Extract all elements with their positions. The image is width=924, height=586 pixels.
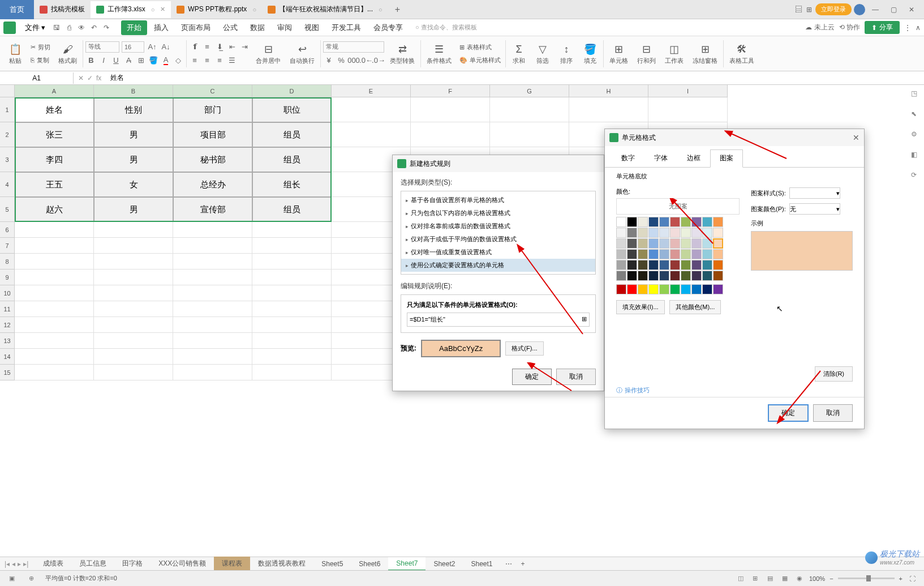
cell[interactable]: [490, 122, 569, 147]
zoom-in-icon[interactable]: +: [899, 575, 902, 582]
dialog-title-bar[interactable]: 单元格格式 ✕: [605, 129, 864, 146]
align-left-icon[interactable]: ≡: [189, 55, 200, 66]
fill-color-icon[interactable]: 🪣: [148, 55, 159, 66]
color-swatch[interactable]: [638, 260, 648, 270]
color-swatch[interactable]: [702, 238, 712, 249]
color-swatch[interactable]: [659, 238, 669, 249]
cell[interactable]: 女: [94, 172, 173, 197]
color-swatch[interactable]: [648, 284, 659, 294]
tools-button[interactable]: 🛠表格工具: [726, 41, 758, 66]
cell[interactable]: [15, 301, 94, 317]
rule-item[interactable]: 仅对高于或低于平均值的数值设置格式: [401, 233, 595, 246]
cell[interactable]: [252, 270, 332, 285]
color-swatch[interactable]: [659, 271, 669, 281]
cell[interactable]: 性别: [94, 97, 173, 122]
color-swatch[interactable]: [713, 249, 723, 259]
cell[interactable]: [252, 349, 332, 365]
tab-template[interactable]: 找稿壳模板: [34, 1, 91, 18]
color-swatch[interactable]: [681, 260, 691, 270]
cell[interactable]: [173, 238, 252, 254]
cell[interactable]: [252, 222, 332, 238]
sheet-nav[interactable]: |◂◂▸▸|: [5, 560, 35, 568]
color-swatch[interactable]: [702, 249, 712, 259]
undo-icon[interactable]: ↶: [88, 22, 100, 33]
color-swatch[interactable]: [691, 217, 702, 227]
close-icon[interactable]: ✕: [853, 133, 859, 142]
cell[interactable]: 项目部: [173, 122, 252, 147]
color-swatch[interactable]: [702, 260, 712, 270]
sheet-more[interactable]: ⋯: [501, 560, 517, 568]
cancel-button[interactable]: 取消: [556, 369, 596, 385]
side-select-icon[interactable]: ⬉: [911, 110, 921, 120]
cell[interactable]: [173, 254, 252, 270]
color-swatch[interactable]: [659, 284, 669, 294]
avatar[interactable]: [854, 4, 865, 15]
color-swatch[interactable]: [638, 228, 648, 238]
cell[interactable]: [648, 97, 728, 122]
color-swatch[interactable]: [616, 260, 626, 270]
ok-button[interactable]: 确定: [768, 404, 809, 422]
color-swatch[interactable]: [659, 249, 669, 259]
sheet-tab[interactable]: Sheet6: [351, 558, 388, 570]
nav-next-icon[interactable]: ▸: [18, 560, 21, 568]
cell[interactable]: [15, 349, 94, 365]
cell[interactable]: [94, 333, 173, 349]
color-swatch[interactable]: [648, 238, 659, 249]
cell[interactable]: 男: [94, 197, 173, 222]
color-swatch[interactable]: [670, 284, 680, 294]
cell[interactable]: 职位: [252, 97, 332, 122]
cell[interactable]: 男: [94, 122, 173, 147]
minimize-button[interactable]: —: [867, 2, 883, 18]
cell[interactable]: 组长: [252, 172, 332, 197]
color-swatch[interactable]: [713, 228, 723, 238]
clear-format-icon[interactable]: ◇: [173, 55, 184, 66]
row-header[interactable]: 9: [0, 270, 15, 285]
rule-item[interactable]: 仅对唯一值或重复值设置格式: [401, 246, 595, 259]
cell[interactable]: 姓名: [15, 97, 94, 122]
add-sheet-button[interactable]: +: [517, 560, 530, 568]
zoom-thumb[interactable]: [866, 575, 871, 581]
ok-button[interactable]: 确定: [512, 369, 552, 385]
view-icon[interactable]: ◫: [736, 574, 746, 584]
cell[interactable]: [173, 222, 252, 238]
color-swatch[interactable]: [691, 249, 702, 259]
fx-icon[interactable]: fx: [96, 74, 101, 82]
cell[interactable]: [94, 238, 173, 254]
color-swatch[interactable]: [681, 249, 691, 259]
coop-button[interactable]: ⟲ 协作: [839, 23, 860, 32]
rule-item[interactable]: 仅对排名靠前或靠后的数值设置格式: [401, 220, 595, 233]
cell[interactable]: 部门: [173, 97, 252, 122]
no-pattern-button[interactable]: 无图案: [616, 198, 740, 215]
cell[interactable]: 秘书部: [173, 147, 252, 172]
menu-dev[interactable]: 开发工具: [326, 20, 367, 35]
menu-review[interactable]: 审阅: [272, 20, 298, 35]
color-swatch[interactable]: [638, 238, 648, 249]
color-swatch[interactable]: [702, 217, 712, 227]
row-header[interactable]: 13: [0, 333, 15, 349]
color-swatch[interactable]: [702, 228, 712, 238]
select-all-corner[interactable]: [0, 85, 15, 97]
row-header[interactable]: 12: [0, 317, 15, 333]
cell[interactable]: 组员: [252, 147, 332, 172]
col-header[interactable]: B: [94, 85, 173, 97]
sheet-tab[interactable]: Sheet1: [463, 558, 500, 570]
color-swatch[interactable]: [627, 284, 637, 294]
color-swatch[interactable]: [681, 217, 691, 227]
cell[interactable]: [94, 317, 173, 333]
cell[interactable]: [94, 301, 173, 317]
cell[interactable]: [252, 333, 332, 349]
more-colors-button[interactable]: 其他颜色(M)...: [669, 300, 721, 314]
cell[interactable]: [173, 333, 252, 349]
color-swatch[interactable]: [627, 228, 637, 238]
cell[interactable]: 王五: [15, 172, 94, 197]
pattern-style-select[interactable]: ▾: [789, 187, 840, 199]
tab-number[interactable]: 数字: [612, 149, 644, 167]
type-convert[interactable]: ⇄类型转换: [386, 41, 418, 66]
rule-item[interactable]: 只为包含以下内容的单元格设置格式: [401, 207, 595, 220]
cell[interactable]: 张三: [15, 122, 94, 147]
row-header[interactable]: 14: [0, 349, 15, 365]
color-swatch[interactable]: [691, 238, 702, 249]
increase-font-icon[interactable]: A↑: [147, 41, 158, 53]
col-header[interactable]: C: [173, 85, 252, 97]
color-swatch[interactable]: [627, 238, 637, 249]
